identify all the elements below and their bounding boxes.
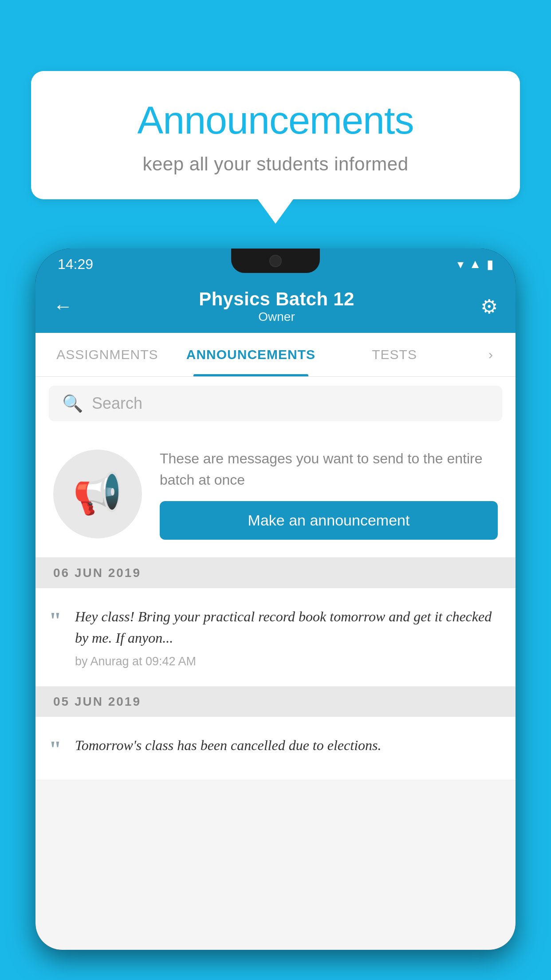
speech-bubble-card: Announcements keep all your students inf…: [31, 71, 520, 199]
search-input-wrapper[interactable]: 🔍 Search: [49, 386, 502, 421]
megaphone-circle: 📢: [53, 450, 142, 538]
phone-frame: 14:29 ▾ ▲ ▮ ← Physics Batch 12 Owner ⚙: [35, 249, 516, 950]
tab-tests[interactable]: TESTS: [323, 333, 466, 376]
message-content-2: Tomorrow's class has been cancelled due …: [75, 735, 498, 762]
cta-right: These are messages you want to send to t…: [160, 448, 498, 540]
status-icons: ▾ ▲ ▮: [457, 257, 493, 272]
signal-icon: ▲: [469, 257, 481, 271]
message-text-2: Tomorrow's class has been cancelled due …: [75, 735, 498, 756]
speech-bubble-subtitle: keep all your students informed: [58, 154, 493, 175]
speech-bubble-section: Announcements keep all your students inf…: [31, 71, 520, 224]
phone-camera: [269, 255, 282, 267]
wifi-icon: ▾: [457, 257, 464, 272]
megaphone-icon: 📢: [73, 470, 122, 517]
search-placeholder: Search: [92, 394, 142, 413]
cta-description: These are messages you want to send to t…: [160, 448, 498, 490]
battery-icon: ▮: [487, 257, 493, 272]
tab-assignments[interactable]: ASSIGNMENTS: [35, 333, 179, 376]
speech-bubble-title: Announcements: [58, 98, 493, 143]
message-content-1: Hey class! Bring your practical record b…: [75, 606, 498, 668]
back-button[interactable]: ←: [53, 295, 73, 317]
tab-announcements[interactable]: ANNOUNCEMENTS: [179, 333, 323, 376]
phone-mockup: 14:29 ▾ ▲ ▮ ← Physics Batch 12 Owner ⚙: [35, 249, 516, 980]
tab-more[interactable]: ›: [466, 333, 516, 376]
phone-inner: 14:29 ▾ ▲ ▮ ← Physics Batch 12 Owner ⚙: [35, 249, 516, 950]
date-divider-2: 05 JUN 2019: [35, 687, 516, 717]
header-center: Physics Batch 12 Owner: [199, 288, 354, 324]
search-bar-container: 🔍 Search: [35, 377, 516, 430]
settings-icon[interactable]: ⚙: [480, 295, 498, 318]
header-title: Physics Batch 12: [199, 288, 354, 310]
message-text-1: Hey class! Bring your practical record b…: [75, 606, 498, 648]
date-divider-1: 06 JUN 2019: [35, 558, 516, 588]
quote-icon-1: ": [49, 606, 62, 632]
speech-bubble-tail: [258, 199, 293, 224]
message-meta-1: by Anurag at 09:42 AM: [75, 655, 498, 668]
message-item-2: " Tomorrow's class has been cancelled du…: [35, 717, 516, 780]
announcement-cta-section: 📢 These are messages you want to send to…: [35, 430, 516, 558]
status-time: 14:29: [58, 256, 93, 273]
quote-icon-2: ": [49, 735, 62, 761]
app-header: ← Physics Batch 12 Owner ⚙: [35, 280, 516, 333]
content-area: 🔍 Search 📢 These are messages you want t…: [35, 377, 516, 950]
phone-notch: [231, 249, 320, 273]
message-item-1: " Hey class! Bring your practical record…: [35, 588, 516, 687]
header-subtitle: Owner: [199, 310, 354, 324]
make-announcement-button[interactable]: Make an announcement: [160, 501, 498, 540]
tabs-bar: ASSIGNMENTS ANNOUNCEMENTS TESTS ›: [35, 333, 516, 377]
search-icon: 🔍: [62, 394, 83, 413]
